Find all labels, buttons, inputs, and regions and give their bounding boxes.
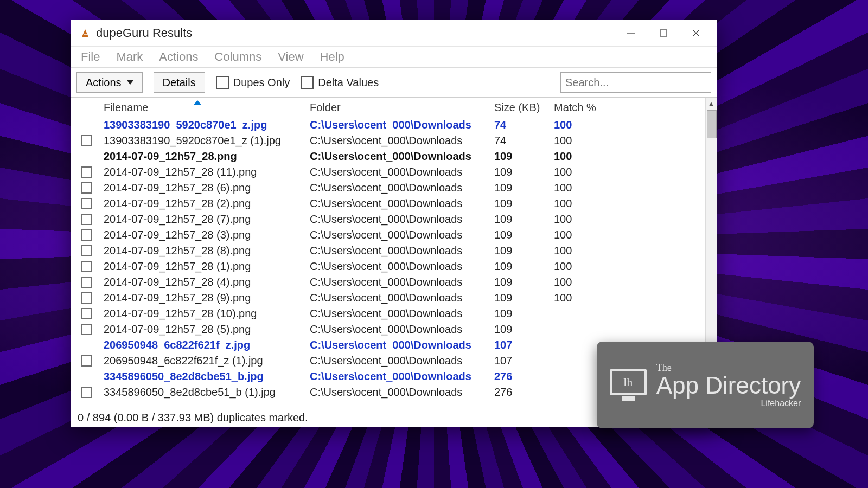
- cell-folder: C:\Users\ocent_000\Downloads: [310, 276, 494, 288]
- menu-mark[interactable]: Mark: [116, 50, 143, 64]
- cell-size: 107: [494, 355, 554, 367]
- cell-folder: C:\Users\ocent_000\Downloads: [310, 323, 494, 336]
- cell-folder: C:\Users\ocent_000\Downloads: [310, 370, 494, 383]
- row-checkbox[interactable]: [81, 308, 92, 319]
- cell-filename: 2014-07-09_12h57_28 (9).png: [101, 292, 310, 304]
- maximize-button[interactable]: [647, 23, 680, 43]
- cell-folder: C:\Users\ocent_000\Downloads: [310, 355, 494, 367]
- menu-file[interactable]: File: [81, 50, 100, 64]
- row-checkbox[interactable]: [81, 135, 92, 146]
- actions-dropdown[interactable]: Actions: [76, 72, 143, 93]
- menu-actions[interactable]: Actions: [159, 50, 198, 64]
- table-row[interactable]: 2014-07-09_12h57_28 (5).pngC:\Users\ocen…: [71, 322, 705, 337]
- cell-size: 109: [494, 229, 554, 241]
- table-row[interactable]: 2014-07-09_12h57_28 (8).pngC:\Users\ocen…: [71, 243, 705, 259]
- column-match[interactable]: Match %: [554, 101, 614, 114]
- table-row[interactable]: 2014-07-09_12h57_28 (2).pngC:\Users\ocen…: [71, 196, 705, 211]
- cell-filename: 206950948_6c822f621f_z (1).jpg: [101, 355, 310, 367]
- cell-filename: 13903383190_5920c870e1_z.jpg: [101, 119, 310, 131]
- table-row[interactable]: 13903383190_5920c870e1_z (1).jpgC:\Users…: [71, 133, 705, 149]
- cell-folder: C:\Users\ocent_000\Downloads: [310, 197, 494, 210]
- row-checkbox[interactable]: [81, 229, 92, 241]
- row-checkbox[interactable]: [81, 166, 92, 178]
- column-folder[interactable]: Folder: [310, 101, 494, 114]
- row-checkbox[interactable]: [81, 387, 92, 398]
- cell-folder: C:\Users\ocent_000\Downloads: [310, 260, 494, 273]
- row-checkbox[interactable]: [81, 292, 92, 304]
- cell-match: 100: [554, 197, 614, 210]
- cell-folder: C:\Users\ocent_000\Downloads: [310, 292, 494, 304]
- column-filename[interactable]: Filename: [101, 101, 310, 114]
- menu-help[interactable]: Help: [320, 50, 344, 64]
- cell-size: 109: [494, 245, 554, 257]
- table-row[interactable]: 2014-07-09_12h57_28 (6).pngC:\Users\ocen…: [71, 180, 705, 196]
- row-checkbox[interactable]: [81, 182, 92, 194]
- cell-filename: 2014-07-09_12h57_28 (8).png: [101, 245, 310, 257]
- cell-folder: C:\Users\ocent_000\Downloads: [310, 182, 494, 194]
- sort-ascending-icon: [194, 100, 201, 105]
- cell-match: 100: [554, 213, 614, 226]
- cell-filename: 2014-07-09_12h57_28 (2).png: [101, 197, 310, 210]
- cell-size: 276: [494, 370, 554, 383]
- details-button[interactable]: Details: [154, 72, 205, 93]
- table-row[interactable]: 2014-07-09_12h57_28.pngC:\Users\ocent_00…: [71, 149, 705, 164]
- titlebar[interactable]: dupeGuru Results: [71, 20, 717, 47]
- cell-filename: 3345896050_8e2d8cbe51_b (1).jpg: [101, 386, 310, 399]
- row-checkbox[interactable]: [81, 261, 92, 272]
- table-row[interactable]: 2014-07-09_12h57_28 (11).pngC:\Users\oce…: [71, 164, 705, 180]
- dupes-only-label: Dupes Only: [233, 76, 290, 89]
- table-row[interactable]: 2014-07-09_12h57_28 (1).pngC:\Users\ocen…: [71, 259, 705, 274]
- cell-filename: 2014-07-09_12h57_28 (10).png: [101, 307, 310, 320]
- cell-filename: 2014-07-09_12h57_28 (5).png: [101, 323, 310, 336]
- cell-size: 109: [494, 292, 554, 304]
- menu-view[interactable]: View: [278, 50, 303, 64]
- cell-filename: 2014-07-09_12h57_28 (3).png: [101, 229, 310, 241]
- cell-folder: C:\Users\ocent_000\Downloads: [310, 150, 494, 163]
- scroll-up-icon[interactable]: ▲: [706, 98, 717, 109]
- table-row[interactable]: 2014-07-09_12h57_28 (10).pngC:\Users\oce…: [71, 306, 705, 322]
- checkbox-icon: [216, 76, 229, 89]
- scrollbar-thumb[interactable]: [707, 110, 717, 138]
- cell-size: 109: [494, 166, 554, 178]
- cell-folder: C:\Users\ocent_000\Downloads: [310, 134, 494, 147]
- cell-match: 100: [554, 150, 614, 163]
- row-checkbox[interactable]: [81, 245, 92, 256]
- cell-filename: 13903383190_5920c870e1_z (1).jpg: [101, 134, 310, 147]
- chevron-down-icon: [127, 80, 133, 85]
- cell-match: 100: [554, 276, 614, 288]
- cell-match: 100: [554, 119, 614, 131]
- minimize-button[interactable]: [615, 23, 647, 43]
- cell-match: 100: [554, 229, 614, 241]
- dupes-only-checkbox[interactable]: Dupes Only: [216, 76, 290, 89]
- search-input[interactable]: [560, 72, 711, 93]
- menu-columns[interactable]: Columns: [215, 50, 262, 64]
- row-checkbox[interactable]: [81, 277, 92, 288]
- cell-size: 74: [494, 119, 554, 131]
- row-checkbox[interactable]: [81, 324, 92, 335]
- column-size[interactable]: Size (KB): [494, 101, 554, 114]
- row-checkbox[interactable]: [81, 214, 92, 225]
- row-checkbox[interactable]: [81, 198, 92, 209]
- cell-size: 109: [494, 323, 554, 336]
- cell-match: 100: [554, 245, 614, 257]
- cell-folder: C:\Users\ocent_000\Downloads: [310, 119, 494, 131]
- table-row[interactable]: 2014-07-09_12h57_28 (9).pngC:\Users\ocen…: [71, 290, 705, 306]
- status-text: 0 / 894 (0.00 B / 337.93 MB) duplicates …: [78, 412, 308, 424]
- table-row[interactable]: 2014-07-09_12h57_28 (3).pngC:\Users\ocen…: [71, 227, 705, 243]
- cell-size: 109: [494, 197, 554, 210]
- toolbar: Actions Details Dupes Only Delta Values: [71, 68, 717, 98]
- badge-main: App Directory: [656, 374, 801, 397]
- window-title: dupeGuru Results: [96, 26, 192, 40]
- table-row[interactable]: 2014-07-09_12h57_28 (4).pngC:\Users\ocen…: [71, 274, 705, 290]
- delta-values-checkbox[interactable]: Delta Values: [301, 76, 379, 89]
- cell-size: 107: [494, 339, 554, 351]
- checkbox-icon: [301, 76, 314, 89]
- table-row[interactable]: 13903383190_5920c870e1_z.jpgC:\Users\oce…: [71, 117, 705, 133]
- table-row[interactable]: 2014-07-09_12h57_28 (7).pngC:\Users\ocen…: [71, 211, 705, 227]
- close-button[interactable]: [680, 23, 712, 43]
- svg-rect-1: [660, 30, 667, 36]
- table-header: Filename Folder Size (KB) Match %: [71, 98, 705, 117]
- cell-size: 109: [494, 182, 554, 194]
- row-checkbox[interactable]: [81, 355, 92, 367]
- cell-filename: 2014-07-09_12h57_28 (4).png: [101, 276, 310, 288]
